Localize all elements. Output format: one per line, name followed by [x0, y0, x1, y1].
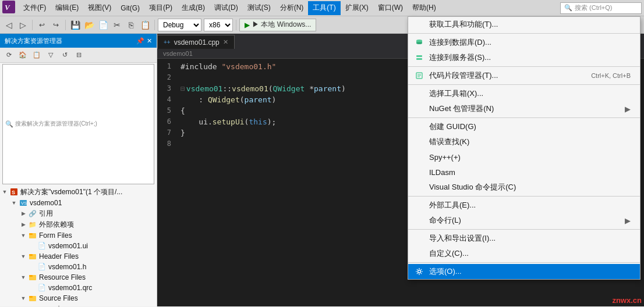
toolbar-forward-btn[interactable]: ▷ — [16, 19, 29, 31]
run-button[interactable]: ▶ ▶ 本地 Windows... — [239, 19, 316, 31]
panel-toolbar: ⟳ 🏠 📋 ▽ ↺ ⊟ — [0, 48, 157, 63]
tree-external-deps[interactable]: ▶ 📁 外部依赖项 — [0, 219, 157, 230]
tree-source-files[interactable]: ▼ Source Files — [0, 293, 157, 304]
menu-entry-connect-db[interactable]: 连接到数据库(D)... — [408, 35, 640, 50]
menu-git[interactable]: Git(G) — [116, 1, 144, 15]
svg-rect-7 — [29, 233, 33, 235]
menu-entry-get-tools[interactable]: 获取工具和功能(T)... — [408, 17, 640, 32]
menu-entry-customize[interactable]: 自定义(C)... — [408, 246, 640, 261]
toolbar-paste-btn[interactable]: 📋 — [139, 19, 151, 31]
tb-collapse-btn[interactable]: ⊟ — [72, 49, 85, 62]
tree-refs[interactable]: ▶ 🔗 引用 — [0, 208, 157, 219]
menu-view[interactable]: 视图(V) — [83, 1, 116, 15]
menu-entry-ildasm-label: ILDasm — [429, 168, 631, 177]
menu-extensions[interactable]: 扩展(X) — [341, 1, 373, 15]
search-bar[interactable]: 🔍 搜索 (Ctrl+Q) — [560, 2, 642, 14]
tb-sync-btn[interactable]: ⟳ — [2, 49, 15, 62]
toolbar-save-btn[interactable]: 💾 — [69, 19, 82, 31]
toolbar-sep-2 — [65, 20, 66, 30]
debug-config-select[interactable]: Debug Release — [158, 19, 201, 31]
db-icon — [414, 37, 424, 48]
menu-entry-import-export[interactable]: 导入和导出设置(I)... — [408, 231, 640, 246]
platform-select[interactable]: x86 x64 — [204, 19, 233, 31]
toolbar-sep-3 — [154, 20, 155, 30]
menu-entry-external-tools[interactable]: 外部工具(E)... — [408, 198, 640, 213]
panel-close-icon[interactable]: ✕ — [147, 37, 152, 45]
tab-label: vsdemo01.cpp — [174, 38, 220, 47]
toolbar-redo-btn[interactable]: ↪ — [49, 19, 62, 31]
panel-search-bar[interactable]: 🔍 搜索解决方案资源管理器(Ctrl+;) — [2, 64, 154, 184]
toolbar-open-btn[interactable]: 📂 — [83, 19, 95, 31]
tb-refresh-btn[interactable]: ↺ — [58, 49, 71, 62]
menu-entry-create-guid[interactable]: 创建 GUID(G) — [408, 119, 640, 134]
tree-header-files[interactable]: ▼ Header Files — [0, 251, 157, 262]
toolbar-back-btn[interactable]: ◁ — [2, 19, 15, 31]
menu-edit[interactable]: 编辑(E) — [51, 1, 83, 15]
project-arrow: ▼ — [9, 200, 19, 206]
menu-entry-spy-label: Spy++(+) — [429, 153, 631, 162]
menu-entry-options[interactable]: 选项(O)... — [408, 264, 640, 279]
menu-window[interactable]: 窗口(W) — [373, 1, 408, 15]
panel-pin-icon[interactable]: 📌 — [136, 37, 144, 45]
menu-entry-spy[interactable]: Spy++(+) — [408, 149, 640, 165]
tree-h-file[interactable]: ▶ 📄 vsdemo01.h — [0, 262, 157, 272]
line-num-4: 4 — [157, 94, 178, 105]
menu-entry-snippet-manager[interactable]: 代码片段管理器(T)... Ctrl+K, Ctrl+B — [408, 68, 640, 83]
panel-title: 解决方案资源管理器 — [5, 37, 62, 45]
main-cpp-icon: ++ — [37, 304, 47, 307]
menu-file[interactable]: 文件(F) — [19, 1, 51, 15]
h-file-label: vsdemo01.h — [48, 263, 86, 271]
tree-main-cpp[interactable]: ▶ ++ main.cpp — [0, 304, 157, 307]
menu-entry-nuget[interactable]: NuGet 包管理器(N) ▶ — [408, 101, 640, 116]
menu-debug[interactable]: 调试(D) — [210, 1, 243, 15]
tab-file-icon: ++ — [164, 39, 171, 45]
toolbar-new-btn[interactable]: 📄 — [97, 19, 109, 31]
menu-analyze[interactable]: 分析(N) — [275, 1, 309, 15]
nuget-submenu-arrow: ▶ — [625, 105, 631, 113]
solution-panel: 解决方案资源管理器 📌 ✕ ⟳ 🏠 📋 ▽ ↺ ⊟ 🔍 搜索解决方案资源管理器(… — [0, 34, 157, 306]
tree-ui-file[interactable]: ▶ 📄 vsdemo01.ui — [0, 241, 157, 251]
panel-header: 解决方案资源管理器 📌 ✕ — [0, 34, 157, 48]
menu-entry-get-tools-label: 获取工具和功能(T)... — [429, 19, 631, 30]
server-icon — [414, 52, 424, 63]
menu-entry-toolbox[interactable]: 选择工具箱(X)... — [408, 86, 640, 101]
toolbar-undo-btn[interactable]: ↩ — [36, 19, 48, 31]
menu-entry-vs-cmd[interactable]: Visual Studio 命令提示(C) — [408, 180, 640, 195]
toolbar-copy-btn[interactable]: ⎘ — [125, 19, 137, 31]
menu-entry-ildasm[interactable]: ILDasm — [408, 165, 640, 180]
tab-close-btn[interactable]: ✕ — [223, 38, 228, 46]
tree-qrc-file[interactable]: ▶ 📄 vsdemo01.qrc — [0, 283, 157, 293]
ui-file-icon: 📄 — [37, 241, 47, 251]
tree-solution[interactable]: ▼ S 解决方案"vsdemo01"(1 个项目/... — [0, 187, 157, 198]
menu-help[interactable]: 帮助(H) — [408, 1, 441, 15]
tb-filter-btn[interactable]: ▽ — [44, 49, 57, 62]
menu-entry-error-lookup[interactable]: 错误查找(K) — [408, 134, 640, 149]
solution-arrow: ▼ — [0, 189, 9, 195]
menu-entry-external-tools-label: 外部工具(E)... — [429, 200, 631, 210]
menu-sep-5 — [408, 196, 640, 197]
tree-resource-files[interactable]: ▼ Resource Files — [0, 272, 157, 283]
menu-tools[interactable]: 工具(T) — [308, 1, 340, 15]
svg-rect-13 — [29, 296, 33, 298]
menu-entry-cmd-line[interactable]: 命令行(L) ▶ — [408, 213, 640, 228]
menu-build[interactable]: 生成(B) — [177, 1, 210, 15]
menu-entry-connect-server[interactable]: 连接到服务器(S)... — [408, 50, 640, 65]
menu-test[interactable]: 测试(S) — [243, 1, 275, 15]
resource-files-label: Resource Files — [39, 273, 86, 281]
tb-props-btn[interactable]: 📋 — [30, 49, 43, 62]
tab-vsdemo-cpp[interactable]: ++ vsdemo01.cpp ✕ — [157, 35, 235, 49]
menu-entry-error-label: 错误查找(K) — [429, 137, 631, 147]
toolbar-cut-btn[interactable]: ✂ — [111, 19, 123, 31]
tb-home-btn[interactable]: 🏠 — [16, 49, 29, 62]
vs-logo: V — [2, 1, 15, 15]
menu-entry-connect-server-label: 连接到服务器(S)... — [429, 52, 631, 63]
gear-icon — [414, 266, 424, 277]
run-label: ▶ 本地 Windows... — [252, 20, 311, 30]
line-num-7: 7 — [157, 127, 178, 138]
h-file-icon: 📄 — [37, 262, 47, 272]
source-files-icon — [28, 294, 37, 303]
tree-form-files[interactable]: ▼ Form Files — [0, 230, 157, 241]
tree-project[interactable]: ▼ VS vsdemo01 — [0, 198, 157, 208]
project-label: vsdemo01 — [30, 199, 62, 207]
menu-project[interactable]: 项目(P) — [144, 1, 177, 15]
